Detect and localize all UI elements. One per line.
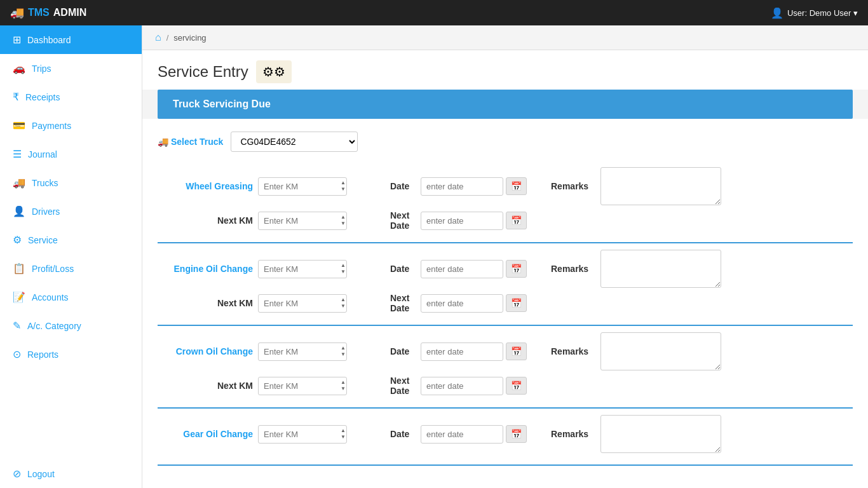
crown-oil-next-calendar-button[interactable]: 📅: [506, 377, 527, 395]
engine-oil-label: Engine Oil Change: [158, 264, 253, 274]
service-row-main: Gear Oil Change ▲▼ Date 📅 Remarks: [158, 415, 853, 453]
crown-oil-date-input[interactable]: [421, 342, 503, 361]
logout-icon: ⊘: [13, 468, 21, 480]
crown-oil-next-km-spinner[interactable]: ▲▼: [341, 379, 346, 392]
sidebar-item-label: Service: [28, 235, 58, 245]
engine-oil-next-km-label: Next KM: [158, 298, 253, 308]
sidebar-item-drivers[interactable]: 👤 Drivers: [0, 197, 142, 226]
sidebar-item-label: Receipts: [25, 92, 60, 102]
sidebar-item-journal[interactable]: ☰ Journal: [0, 140, 142, 168]
crown-oil-remarks-textarea[interactable]: [600, 332, 721, 370]
gear-oil-km-spinner[interactable]: ▲▼: [341, 428, 346, 440]
crown-oil-calendar-button[interactable]: 📅: [506, 342, 527, 360]
topbar: 🚚 TMSADMIN 👤 User: Demo User ▾: [0, 0, 868, 25]
user-menu[interactable]: 👤 User: Demo User ▾: [771, 7, 858, 19]
wheel-greasing-next-km-input[interactable]: [258, 212, 347, 230]
engine-oil-remarks-textarea[interactable]: [600, 250, 721, 288]
crown-oil-next-km-wrap: ▲▼: [258, 377, 347, 395]
wheel-greasing-date-input[interactable]: [421, 177, 503, 196]
crown-oil-km-spinner[interactable]: ▲▼: [341, 345, 346, 358]
sidebar-item-service[interactable]: ⚙ Service: [0, 226, 142, 254]
crown-oil-km-input[interactable]: [258, 342, 347, 361]
sidebar-item-label: Accounts: [32, 292, 69, 302]
wheel-greasing-next-date-input[interactable]: [421, 212, 503, 230]
drivers-icon: 👤: [13, 205, 25, 217]
engine-oil-next-date-input[interactable]: [421, 294, 503, 313]
sidebar-item-payments[interactable]: 💳 Payments: [0, 111, 142, 140]
engine-oil-date-wrap: 📅: [421, 260, 527, 278]
crown-oil-label: Crown Oil Change: [158, 346, 253, 356]
sidebar-item-reports[interactable]: ⊙ Reports: [0, 340, 142, 369]
gear-oil-km-input[interactable]: [258, 425, 347, 444]
wheel-greasing-next-calendar-button[interactable]: 📅: [506, 212, 527, 229]
sidebar-item-label: A/c. Category: [27, 321, 81, 331]
wheel-greasing-km-spinner[interactable]: ▲▼: [341, 180, 346, 193]
sidebar-item-label: Journal: [28, 149, 57, 159]
service-section-crown-oil-change: Crown Oil Change ▲▼ Date 📅 Remarks Next …: [158, 332, 853, 409]
journal-icon: ☰: [13, 148, 22, 160]
gear-oil-remarks-textarea[interactable]: [600, 415, 721, 453]
sidebar: ⊞ Dashboard 🚗 Trips ₹ Receipts 💳 Payment…: [0, 25, 142, 488]
wheel-greasing-next-date-wrap: 📅: [421, 212, 527, 230]
home-icon[interactable]: ⌂: [155, 32, 161, 43]
crown-oil-date-wrap: 📅: [421, 342, 527, 361]
gear-oil-date-label: Date: [390, 429, 416, 439]
payments-icon: 💳: [13, 119, 25, 132]
gear-oil-km-wrap: ▲▼: [258, 425, 347, 444]
sidebar-item-accounts[interactable]: 📝 Accounts: [0, 283, 142, 311]
engine-oil-next-km-input[interactable]: [258, 294, 347, 313]
sidebar-item-label: Dashboard: [27, 35, 71, 45]
user-icon: 👤: [771, 7, 783, 19]
service-row-next: Next KM ▲▼ Next Date 📅: [158, 293, 853, 313]
gear-oil-calendar-button[interactable]: 📅: [506, 425, 527, 443]
user-label: User: Demo User ▾: [787, 8, 858, 18]
main-content: ⌂ / servicing Service Entry ⚙⚙ Truck Ser…: [142, 25, 868, 488]
sidebar-item-label: Drivers: [32, 207, 60, 217]
wheel-greasing-remarks-textarea[interactable]: [600, 167, 721, 205]
engine-oil-remarks-label: Remarks: [551, 264, 595, 274]
sidebar-item-ac-category[interactable]: ✎ A/c. Category: [0, 311, 142, 340]
form-content: 🚚 Select Truck CG04DE4652 Wheel Greasing…: [142, 119, 868, 488]
crown-oil-next-date-wrap: 📅: [421, 377, 527, 395]
wheel-greasing-date-wrap: 📅: [421, 177, 527, 196]
engine-oil-next-km-spinner[interactable]: ▲▼: [341, 297, 346, 309]
breadcrumb-current: servicing: [173, 33, 206, 43]
crown-oil-next-date-input[interactable]: [421, 377, 503, 395]
crown-oil-next-km-input[interactable]: [258, 377, 347, 395]
crown-oil-remarks-label: Remarks: [551, 346, 595, 356]
engine-oil-next-date-label: Next Date: [390, 293, 416, 313]
crown-oil-km-wrap: ▲▼: [258, 342, 347, 361]
wheel-greasing-calendar-button[interactable]: 📅: [506, 177, 527, 195]
sidebar-item-label: Reports: [27, 349, 58, 360]
sidebar-item-label: Trucks: [32, 178, 58, 188]
engine-oil-next-calendar-button[interactable]: 📅: [506, 294, 527, 312]
settings-gear-button[interactable]: ⚙⚙: [256, 60, 292, 83]
sidebar-item-receipts[interactable]: ₹ Receipts: [0, 83, 142, 111]
sidebar-item-logout[interactable]: ⊘ Logout: [0, 459, 142, 488]
gear-oil-date-wrap: 📅: [421, 425, 527, 444]
engine-oil-date-input[interactable]: [421, 260, 503, 278]
brand-tms: TMS: [28, 7, 50, 18]
wheel-greasing-next-km-spinner[interactable]: ▲▼: [341, 214, 346, 227]
wheel-greasing-label: Wheel Greasing: [158, 181, 253, 191]
truck-logo-icon: 🚚: [10, 6, 24, 20]
wheel-greasing-remarks-label: Remarks: [551, 181, 595, 191]
gear-oil-remarks-label: Remarks: [551, 429, 595, 439]
service-section-engine-oil-change: Engine Oil Change ▲▼ Date 📅 Remarks Next…: [158, 250, 853, 326]
wheel-greasing-km-input[interactable]: [258, 177, 347, 196]
engine-oil-calendar-button[interactable]: 📅: [506, 260, 527, 278]
gear-oil-date-input[interactable]: [421, 425, 503, 444]
wheel-greasing-date-label: Date: [390, 181, 416, 191]
sidebar-item-profitloss[interactable]: 📋 Profit/Loss: [0, 254, 142, 283]
truck-select[interactable]: CG04DE4652: [231, 132, 358, 152]
crown-oil-date-label: Date: [390, 346, 416, 356]
sidebar-item-dashboard[interactable]: ⊞ Dashboard: [0, 25, 142, 54]
brand: 🚚 TMSADMIN: [10, 6, 86, 20]
sidebar-item-label: Logout: [27, 469, 55, 479]
reports-icon: ⊙: [13, 348, 21, 360]
sidebar-item-trips[interactable]: 🚗 Trips: [0, 54, 142, 83]
engine-oil-km-input[interactable]: [258, 260, 347, 278]
engine-oil-km-spinner[interactable]: ▲▼: [341, 262, 346, 275]
wheel-greasing-km-wrap: ▲▼: [258, 177, 347, 196]
sidebar-item-trucks[interactable]: 🚚 Trucks: [0, 168, 142, 197]
